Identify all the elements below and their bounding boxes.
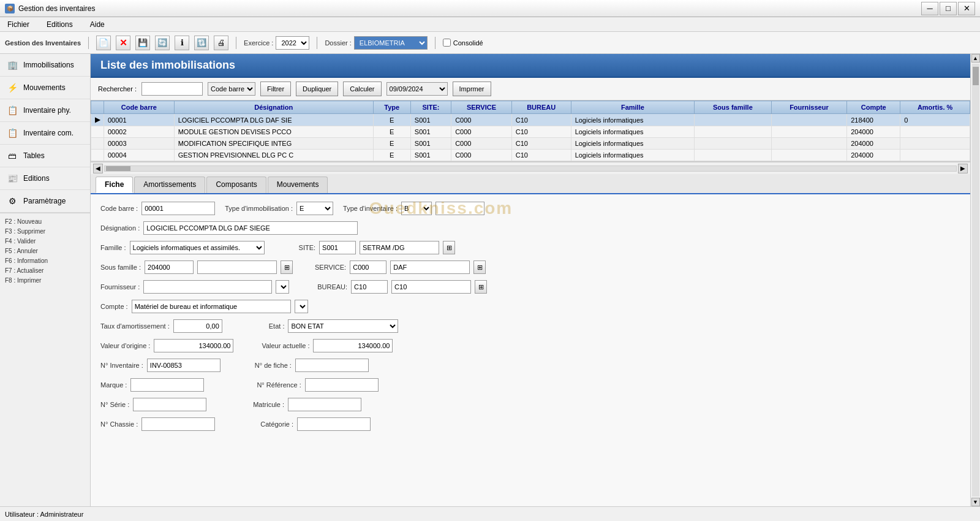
toolbar-refresh-button[interactable]: 🔄: [155, 36, 170, 50]
n-fiche-input[interactable]: [295, 359, 369, 372]
col-compte[interactable]: Compte: [847, 101, 900, 114]
col-service[interactable]: SERVICE: [451, 101, 512, 114]
designation-input[interactable]: [143, 221, 358, 235]
consolide-checkbox[interactable]: [443, 39, 451, 47]
etat-select[interactable]: BON ETAT: [288, 319, 398, 333]
vscroll-down-button[interactable]: ▼: [971, 498, 980, 506]
dossier-select[interactable]: ELBIOMETRIA: [354, 36, 428, 50]
compte-select[interactable]: [295, 300, 308, 313]
n-reference-input[interactable]: [305, 378, 379, 392]
col-amortis[interactable]: Amortis. %: [900, 101, 970, 114]
close-button[interactable]: ✕: [958, 2, 975, 15]
marque-input[interactable]: [130, 378, 204, 392]
hscroll-right-button[interactable]: ▶: [958, 164, 968, 173]
valeur-actuelle-group: Valeur actuelle :: [262, 339, 393, 352]
page-title: Liste des immobilisations: [91, 54, 970, 78]
toolbar-print-button[interactable]: 🖨: [214, 36, 228, 50]
table-row[interactable]: ▶ 00001 LOGICIEL PCCOMPTA DLG DAF SIE E …: [91, 114, 970, 126]
bureau-pick-button[interactable]: ⊞: [475, 280, 487, 294]
sous-famille-pick-button[interactable]: ⊞: [281, 260, 293, 274]
inventaire-com-icon: 📋: [6, 127, 18, 139]
tab-amortissements[interactable]: Amortissements: [134, 177, 205, 193]
type-inventaire-extra[interactable]: [435, 202, 484, 215]
col-site[interactable]: SITE:: [410, 101, 451, 114]
hscroll-left-button[interactable]: ◀: [93, 164, 103, 173]
col-code-barre[interactable]: Code barre: [104, 101, 175, 114]
imprimer-button[interactable]: Imprmer: [453, 82, 491, 96]
sous-famille-input[interactable]: [145, 260, 194, 274]
service-name-input[interactable]: [390, 260, 470, 274]
type-immobilisation-select[interactable]: E: [296, 202, 333, 215]
menu-fichier[interactable]: Fichier: [4, 19, 33, 30]
table-row[interactable]: 00003 MODIFICATION SPECIFIQUE INTEG E S0…: [91, 138, 970, 150]
sidebar-item-inventaire-phy[interactable]: 📋 Inventaire phy.: [0, 99, 90, 122]
cell-designation: GESTION PREVISIONNEL DLG PC C: [174, 150, 373, 161]
date-select[interactable]: 09/09/2024: [386, 82, 448, 96]
famille-select[interactable]: Logiciels informatiques et assimilés.: [130, 241, 265, 254]
minimize-button[interactable]: ─: [921, 2, 938, 15]
sidebar-item-parametrage[interactable]: ⚙ Paramètrage: [0, 190, 90, 213]
site-name-input[interactable]: [360, 241, 439, 254]
bureau-code-input[interactable]: [351, 280, 388, 294]
table-row[interactable]: 00004 GESTION PREVISIONNEL DLG PC C E S0…: [91, 150, 970, 161]
tab-fiche[interactable]: Fiche: [96, 177, 133, 193]
toolbar-save-button[interactable]: 💾: [135, 36, 150, 50]
site-pick-button[interactable]: ⊞: [443, 241, 455, 254]
compte-input[interactable]: [132, 300, 291, 313]
bureau-name-input[interactable]: [391, 280, 471, 294]
col-famille[interactable]: Famille: [571, 101, 695, 114]
table-row[interactable]: 00002 MODULE GESTION DEVISES PCCO E S001…: [91, 126, 970, 138]
dupliquer-button[interactable]: Dupliquer: [296, 82, 338, 96]
fournisseur-select[interactable]: [276, 280, 289, 294]
toolbar-new-button[interactable]: 📄: [96, 36, 111, 50]
col-bureau[interactable]: BUREAU: [511, 101, 571, 114]
search-type-select[interactable]: Code barre: [208, 82, 255, 96]
n-serie-input[interactable]: [133, 398, 206, 411]
bureau-group: BUREAU: ⊞: [317, 280, 487, 294]
taux-input[interactable]: [173, 319, 222, 333]
service-code-input[interactable]: [350, 260, 386, 274]
sidebar-item-immobilisations[interactable]: 🏢 Immobilisations: [0, 54, 90, 77]
exercice-group: Exercice : 2022: [244, 36, 309, 50]
col-type[interactable]: Type: [373, 101, 410, 114]
service-pick-button[interactable]: ⊞: [473, 260, 486, 274]
tab-composants[interactable]: Composants: [206, 177, 266, 193]
cell-site: S001: [410, 138, 451, 150]
exercice-select[interactable]: 2022: [276, 36, 309, 50]
valeur-actuelle-input[interactable]: [313, 339, 393, 352]
type-inventaire-select[interactable]: B: [401, 202, 432, 215]
sous-famille-name-input[interactable]: [197, 260, 277, 274]
categorie-input[interactable]: [297, 417, 371, 431]
menu-aide[interactable]: Aide: [86, 19, 108, 30]
fournisseur-input[interactable]: [143, 280, 272, 294]
n-inventaire-input[interactable]: [147, 359, 221, 372]
col-sous-famille[interactable]: Sous famille: [695, 101, 772, 114]
code-barre-input[interactable]: [141, 202, 215, 215]
cell-type: E: [373, 150, 410, 161]
sidebar-item-mouvements[interactable]: ⚡ Mouvements: [0, 77, 90, 99]
toolbar-sync-button[interactable]: 🔃: [194, 36, 209, 50]
sidebar-item-editions[interactable]: 📰 Editions: [0, 167, 90, 190]
vscroll-up-button[interactable]: ▲: [971, 54, 980, 63]
toolbar-delete-button[interactable]: ✕: [116, 36, 130, 50]
site-code-input[interactable]: [319, 241, 356, 254]
maximize-button[interactable]: □: [940, 2, 957, 15]
col-indicator: [91, 101, 104, 114]
valeur-origine-input[interactable]: [154, 339, 233, 352]
col-fournisseur[interactable]: Fournisseur: [771, 101, 847, 114]
sidebar-item-tables[interactable]: 🗃 Tables: [0, 145, 90, 167]
toolbar-info-button[interactable]: ℹ: [175, 36, 189, 50]
shortcut-panel: F2 : Nouveau F3 : Supprimer F4 : Valider…: [0, 213, 90, 289]
matricule-input[interactable]: [288, 398, 361, 411]
tab-mouvements[interactable]: Mouvements: [268, 177, 328, 193]
sidebar-item-inventaire-com[interactable]: 📋 Inventaire com.: [0, 122, 90, 145]
tables-icon: 🗃: [6, 150, 18, 162]
col-designation[interactable]: Désignation: [174, 101, 373, 114]
calculer-button[interactable]: Calculer: [343, 82, 381, 96]
menu-editions[interactable]: Editions: [43, 19, 77, 30]
shortcut-f6: F6 : Information: [5, 256, 85, 266]
search-input[interactable]: [141, 82, 203, 96]
filtrer-button[interactable]: Filtrer: [260, 82, 291, 96]
valeur-origine-label: Valeur d'origine :: [100, 342, 150, 349]
n-chassie-input[interactable]: [141, 417, 215, 431]
